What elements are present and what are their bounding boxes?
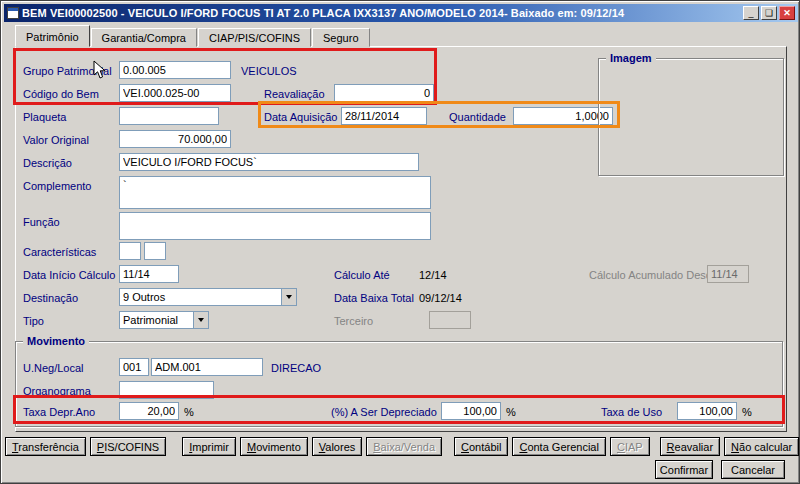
tipo-selected-value: Patrimonial [120, 314, 193, 326]
taxa-depr-ano-label: Taxa Depr.Ano [23, 406, 95, 418]
complemento-label: Complemento [23, 180, 91, 192]
data-inicio-calculo-label: Data Início Cálculo [23, 269, 115, 281]
movimento-group-label: Movimento [23, 335, 89, 347]
button-label: Transferência [12, 441, 79, 453]
taxa-de-uso-label: Taxa de Uso [601, 406, 662, 418]
funcao-label: Função [23, 216, 60, 228]
nao-calcular-button[interactable]: Não calcular [724, 437, 799, 456]
plaqueta-input[interactable] [119, 107, 219, 125]
cancel-button[interactable]: Cancelar [721, 460, 785, 479]
caracteristicas-input-1[interactable] [119, 242, 141, 260]
terceiro-input [429, 311, 471, 329]
taxa-de-uso-unit: % [742, 406, 752, 418]
data-aquisicao-input[interactable] [341, 107, 427, 125]
tab-patrimonio[interactable]: Patrimônio [15, 25, 90, 47]
toolbar: Transferência PIS/COFINS Imprimir Movime… [5, 437, 800, 456]
uneg-local-desc: DIRECAO [271, 362, 321, 374]
imagem-groupbox: Imagem [598, 58, 784, 176]
tab-ciap-pis-cofins[interactable]: CIAP/PIS/COFINS [198, 28, 311, 47]
descricao-input[interactable] [119, 153, 419, 171]
codigo-bem-input[interactable] [119, 84, 231, 102]
data-aquisicao-label: Data Aquisição [264, 111, 337, 123]
button-label: PIS/COFINS [97, 441, 159, 453]
calculo-acumulado-desde-input [707, 265, 749, 283]
taxa-depr-ano-input[interactable] [119, 402, 179, 420]
transferencia-button[interactable]: Transferência [5, 437, 86, 456]
reavaliar-button[interactable]: Reavaliar [660, 437, 720, 456]
plaqueta-label: Plaqueta [23, 111, 66, 123]
reavaliacao-label: Reavaliação [264, 88, 325, 100]
uneg-local-code-input[interactable] [119, 358, 149, 376]
funcao-input[interactable] [119, 212, 431, 240]
button-label: CIAP [617, 441, 643, 453]
window-title: BEM VEI00002500 - VEICULO I/FORD FOCUS T… [22, 7, 740, 19]
button-label: Reavaliar [667, 441, 713, 453]
imprimir-button[interactable]: Imprimir [182, 437, 236, 456]
chevron-down-icon[interactable] [281, 289, 296, 305]
complemento-input[interactable]: ` [119, 176, 431, 209]
uneg-local-label: U.Neg/Local [23, 362, 84, 374]
caracteristicas-label: Características [23, 246, 96, 258]
button-label: Contábil [461, 441, 501, 453]
organograma-input[interactable] [119, 381, 214, 399]
valores-button[interactable]: Valores [312, 437, 363, 456]
tipo-label: Tipo [23, 315, 44, 327]
pis-cofins-button[interactable]: PIS/COFINS [90, 437, 166, 456]
tab-seguro[interactable]: Seguro [312, 28, 369, 47]
conta-gerencial-button[interactable]: Conta Gerencial [512, 437, 606, 456]
quantidade-label: Quantidade [449, 111, 506, 123]
descricao-label: Descrição [23, 157, 72, 169]
tab-garantia-compra[interactable]: Garantia/Compra [91, 28, 197, 47]
tab-strip: Patrimônio Garantia/Compra CIAP/PIS/COFI… [15, 25, 371, 47]
button-label: Valores [319, 441, 356, 453]
maximize-button[interactable]: ❏ [761, 6, 777, 20]
data-baixa-total-label: Data Baixa Total [334, 292, 414, 304]
button-label: Imprimir [189, 441, 229, 453]
ciap-button: CIAP [610, 437, 650, 456]
a-ser-depreciado-input[interactable] [441, 402, 501, 420]
caracteristicas-input-2[interactable] [144, 242, 166, 260]
minimize-button[interactable]: _ [743, 6, 759, 20]
data-baixa-total-value: 09/12/14 [419, 292, 462, 304]
title-bar[interactable]: BEM VEI00002500 - VEICULO I/FORD FOCUS T… [4, 4, 798, 22]
a-ser-depreciado-unit: % [506, 406, 516, 418]
contabil-button[interactable]: Contábil [454, 437, 508, 456]
taxa-de-uso-input[interactable] [677, 402, 737, 420]
movimento-button[interactable]: Movimento [240, 437, 308, 456]
button-label: Movimento [247, 441, 301, 453]
baixa-venda-button: Baixa/Venda [366, 437, 442, 456]
button-label: Não calcular [731, 441, 792, 453]
imagem-group-label: Imagem [606, 52, 656, 64]
calculo-ate-value: 12/14 [419, 269, 447, 281]
destinacao-label: Destinação [23, 292, 78, 304]
close-button[interactable]: ✕ [779, 6, 795, 20]
valor-original-label: Valor Original [23, 134, 89, 146]
button-label: Baixa/Venda [373, 441, 435, 453]
uneg-local-input[interactable] [151, 358, 263, 376]
grupo-patrimonial-input[interactable] [119, 61, 231, 79]
taxa-depr-ano-unit: % [184, 406, 194, 418]
calculo-acumulado-desde-label: Cálculo Acumulado Desde [589, 269, 718, 281]
reavaliacao-input[interactable] [334, 84, 434, 102]
confirm-button[interactable]: Confirmar [655, 460, 713, 479]
chevron-down-icon[interactable] [193, 312, 208, 328]
grupo-patrimonial-desc: VEICULOS [241, 65, 297, 77]
destinacao-select[interactable]: 9 Outros [119, 288, 297, 306]
grupo-patrimonial-label: Grupo Patrimonial [23, 65, 112, 77]
a-ser-depreciado-label: (%) A Ser Depreciado [331, 406, 437, 418]
window-icon [7, 7, 19, 19]
codigo-bem-label: Código do Bem [23, 88, 99, 100]
terceiro-label: Terceiro [334, 315, 373, 327]
window: BEM VEI00002500 - VEICULO I/FORD FOCUS T… [0, 0, 800, 484]
tipo-select[interactable]: Patrimonial [119, 311, 209, 329]
valor-original-input[interactable] [119, 130, 231, 148]
data-inicio-calculo-input[interactable] [119, 265, 179, 283]
destinacao-selected-value: 9 Outros [120, 291, 281, 303]
button-label: Conta Gerencial [519, 441, 599, 453]
calculo-ate-label: Cálculo Até [334, 269, 390, 281]
organograma-label: Organograma [23, 385, 91, 397]
